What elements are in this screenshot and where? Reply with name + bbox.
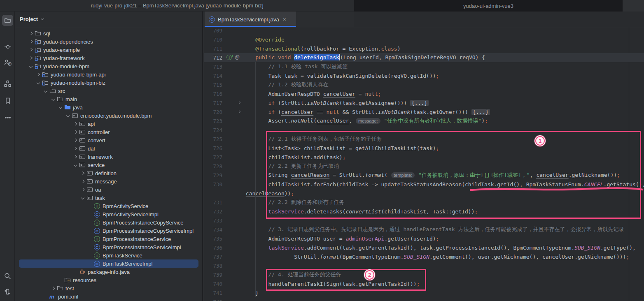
tree-item-bpmactivityservice[interactable]: IBpmActivityService	[15, 202, 202, 210]
code-line-731[interactable]: 731// 2.2 删除任务和所有子任务	[204, 198, 644, 207]
pull-requests-tool-button[interactable]: ?	[2, 57, 13, 68]
line-number[interactable]: 720	[204, 109, 222, 115]
tree-chevron-icon[interactable]	[29, 48, 33, 51]
line-number[interactable]: 728	[204, 163, 222, 169]
tree-item-message[interactable]: message	[15, 177, 202, 185]
tree-item-bpmactivityserviceimpl[interactable]: CBpmActivityServiceImpl	[15, 210, 202, 218]
code-line-711[interactable]: 711@Transactional(rollbackFor = Exceptio…	[204, 44, 644, 53]
tree-item-oa[interactable]: oa	[15, 185, 202, 194]
project-tool-button[interactable]	[2, 15, 13, 26]
line-number[interactable]: 712	[204, 55, 222, 61]
line-number[interactable]: 734	[204, 227, 222, 233]
tree-chevron-icon[interactable]	[74, 139, 77, 142]
line-number[interactable]: 723	[204, 118, 222, 124]
code-line-709[interactable]: 709	[204, 26, 644, 35]
code-line-727[interactable]: 727childTaskList.add(task);	[204, 153, 644, 162]
line-number[interactable]: 713	[204, 64, 222, 70]
tree-chevron-icon[interactable]	[81, 171, 84, 175]
code-line-740[interactable]: 740handleParentTaskIfSign(task.getParent…	[204, 279, 644, 288]
tree-item-controller[interactable]: controller	[15, 128, 202, 136]
tree-chevron-icon[interactable]	[74, 163, 77, 167]
code-line-737[interactable]: 737StrUtil.format(BpmCommentTypeEnum.SUB…	[204, 252, 644, 261]
tree-item-test[interactable]: test	[15, 284, 202, 292]
tree-item-definition[interactable]: definition	[15, 169, 202, 177]
code-line-723[interactable]: 723Assert.notNull(cancelUser, message: "…	[204, 116, 644, 125]
search-button[interactable]	[2, 271, 13, 282]
code-line-720[interactable]: 720if (cancelUser == null && StrUtil.isN…	[204, 107, 644, 116]
background-window-title-bar[interactable]: yudao-ui-admin-vue3	[354, 0, 623, 12]
line-number[interactable]: 735	[204, 236, 222, 242]
code-viewport[interactable]: 709710@Override711@Transactional(rollbac…	[204, 26, 644, 301]
tree-item-sql[interactable]: sql	[15, 29, 202, 37]
code-line-734[interactable]: 734// 3. 记录日志到父任务中。先记录日志是因为，通过 handlePar…	[204, 225, 644, 234]
code-line-730[interactable]: 730childTaskList.forEach(childTask -> up…	[204, 180, 644, 189]
line-number[interactable]: 711	[204, 46, 222, 52]
line-number[interactable]: 739	[204, 272, 222, 278]
tree-item-java[interactable]: java	[15, 103, 202, 111]
line-number[interactable]: 716	[204, 91, 222, 97]
tree-item-resources[interactable]: resources	[15, 276, 202, 284]
commit-tool-button[interactable]	[2, 41, 13, 52]
line-number[interactable]: 729	[204, 172, 222, 178]
chevron-down-icon[interactable]	[41, 17, 44, 20]
project-panel-header[interactable]: Project	[15, 12, 202, 27]
code-line-742[interactable]: 742	[204, 297, 644, 301]
tab-bpmtaskserviceimpl[interactable]: C BpmTaskServiceImpl.java ×	[205, 12, 296, 27]
tree-item-yudao-module-bpm[interactable]: yudao-module-bpm	[15, 62, 202, 70]
run-anything-button[interactable]	[2, 286, 13, 297]
tree-chevron-icon[interactable]	[29, 65, 33, 68]
tree-chevron-icon[interactable]	[37, 81, 40, 84]
line-number[interactable]: 726	[204, 145, 222, 151]
code-line-710[interactable]: 710@Override	[204, 35, 644, 44]
annotated-icon[interactable]: @	[235, 54, 240, 60]
tree-item-yudao-module-bpm-api[interactable]: yudao-module-bpm-api	[15, 70, 202, 79]
code-line-733[interactable]: 733	[204, 216, 644, 225]
code-line-717[interactable]: 717if (StrUtil.isNotBlank(task.getAssign…	[204, 98, 644, 107]
tree-item-yudao-example[interactable]: yudao-example	[15, 46, 202, 54]
tree-item-bpmprocessinstanceserviceimpl[interactable]: CBpmProcessInstanceServiceImpl	[15, 243, 202, 251]
line-number[interactable]: 732	[204, 208, 222, 215]
tree-item-bpmprocessinstanceservice[interactable]: IBpmProcessInstanceService	[15, 235, 202, 243]
line-number[interactable]: 715	[204, 82, 222, 88]
tree-item-yudao-framework[interactable]: yudao-framework	[15, 54, 202, 62]
tree-item-dal[interactable]: dal	[15, 144, 202, 153]
tree-item-bpmprocessinstancecopyservice[interactable]: IBpmProcessInstanceCopyService	[15, 218, 202, 227]
window-title-bar[interactable]: ruoyi-vue-pro-jdk21 – BpmTaskServiceImpl…	[0, 0, 354, 12]
code-line-713[interactable]: 713// 1.1 校验 task 可以被减签	[204, 62, 644, 71]
tree-chevron-icon[interactable]	[66, 114, 70, 117]
code-line-725[interactable]: 725// 2.1 获得子任务列表，包括子任务的子任务	[204, 134, 644, 144]
tree-item-yudao-module-bpm-biz[interactable]: yudao-module-bpm-biz	[15, 79, 202, 87]
tree-chevron-icon[interactable]	[29, 56, 33, 60]
code-line-732[interactable]: 732taskService.deleteTasks(convertList(c…	[204, 207, 644, 216]
line-number[interactable]: 741	[204, 290, 222, 296]
tree-chevron-icon[interactable]	[37, 73, 40, 76]
code-line-wrap[interactable]: cancelReason));	[204, 189, 644, 198]
tree-item-bpmprocessinstancecopyserviceimpl[interactable]: CBpmProcessInstanceCopyServiceImpl	[15, 227, 202, 235]
tree-chevron-icon[interactable]	[51, 97, 55, 101]
line-number[interactable]: 730	[204, 181, 222, 188]
line-number[interactable]: 725	[204, 136, 222, 142]
code-line-728[interactable]: 728// 2.2 更新子任务为已取消	[204, 162, 644, 171]
code-line-736[interactable]: 736taskService.addComment(task.getParent…	[204, 243, 644, 252]
editor-area[interactable]: 709710@Override711@Transactional(rollbac…	[204, 12, 644, 301]
code-line-741[interactable]: 741}	[204, 288, 644, 297]
tree-chevron-icon[interactable]	[81, 180, 84, 183]
tree-item-api[interactable]: api	[15, 120, 202, 128]
line-number[interactable]: 731	[204, 199, 222, 206]
line-number[interactable]: 736	[204, 245, 222, 251]
line-number[interactable]: 714	[204, 73, 222, 79]
code-line-716[interactable]: 716AdminUserRespDTO cancelUser = null;	[204, 89, 644, 98]
bookmarks-tool-button[interactable]	[2, 95, 13, 106]
tree-chevron-icon[interactable]	[74, 122, 77, 125]
tree-chevron-icon[interactable]	[81, 188, 84, 191]
tree-item-convert[interactable]: convert	[15, 136, 202, 144]
tree-item-pom-xml[interactable]: mpom.xml	[15, 292, 202, 301]
tree-item-service[interactable]: service	[15, 161, 202, 169]
code-line-738[interactable]: 738	[204, 261, 644, 270]
line-number[interactable]: 737	[204, 254, 222, 260]
tree-chevron-icon[interactable]	[74, 130, 77, 134]
line-number[interactable]: 727	[204, 154, 222, 160]
code-line-715[interactable]: 715// 1.2 校验取消人存在	[204, 80, 644, 89]
tree-item-task[interactable]: task	[15, 194, 202, 202]
code-line-726[interactable]: 726List<Task> childTaskList = getAllChil…	[204, 144, 644, 153]
